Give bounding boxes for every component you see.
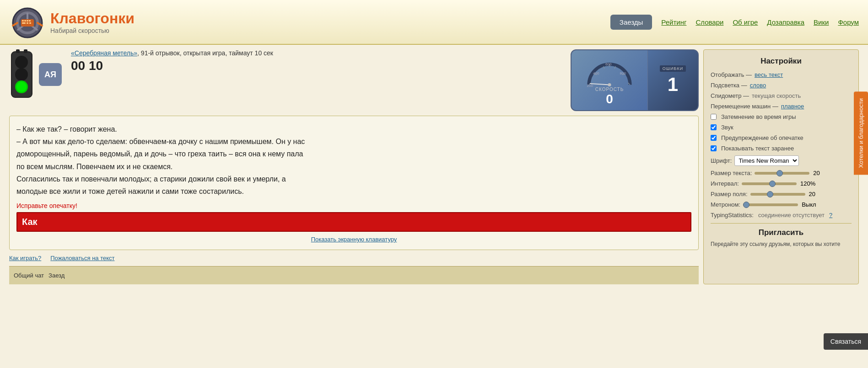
text-line4: по всем мыслям. Повенчаем их и не скаемс…	[16, 163, 173, 171]
traffic-light-area: АЯ	[9, 49, 62, 100]
text-line1: – Как же так? – говорит жена.	[16, 125, 117, 133]
svg-text:800: 800	[620, 71, 626, 75]
nav-dictionaries[interactable]: Словари	[695, 18, 723, 26]
game-info-row: АЯ «Серебряная метель», 91-й отрывок, от…	[9, 49, 699, 111]
typo-row: Предупреждение об опечатке	[711, 134, 852, 141]
text-line2: – А вот мы как дело-то сделаем: обвенчае…	[16, 138, 305, 145]
game-subtitle: , 91-й отрывок, открытая игра, таймаут 1…	[137, 49, 273, 57]
typing-badge: АЯ	[39, 63, 62, 86]
nav-forum[interactable]: Форум	[838, 18, 859, 26]
show-text-checkbox[interactable]	[711, 145, 717, 151]
interval-label: Интервал:	[711, 180, 739, 187]
sound-row: Звук	[711, 124, 852, 131]
text-size-row: Размер текста: 20	[711, 170, 852, 176]
logo-title: Клавогонки	[50, 10, 135, 27]
highlight-value[interactable]: слово	[750, 82, 766, 89]
sound-checkbox[interactable]	[711, 124, 717, 130]
text-line6: молодые все жили и тоже детей нажили и с…	[16, 187, 244, 195]
show-text-row: Показывать текст заранее	[711, 145, 852, 152]
typing-input[interactable]	[16, 212, 691, 232]
display-value[interactable]: весь текст	[755, 71, 783, 78]
svg-point-35	[608, 83, 611, 86]
typo-label: Предупреждение об опечатке	[721, 134, 803, 141]
svg-rect-7	[22, 20, 24, 21]
field-size-slider-container: 20	[750, 191, 852, 197]
logo-icon	[9, 4, 46, 40]
text-size-thumb	[776, 170, 783, 176]
chat-tab1[interactable]: Общий чат	[14, 272, 44, 279]
nav-about[interactable]: Об игре	[733, 18, 758, 26]
header: Клавогонки Набирай скоростью Заезды Рейт…	[0, 0, 868, 45]
nav-races[interactable]: Заезды	[610, 15, 652, 30]
speed-label: СКОРОСТЬ	[595, 87, 624, 92]
interval-slider[interactable]	[742, 182, 797, 185]
logo-area: Клавогонки Набирай скоростью	[9, 4, 135, 40]
font-select[interactable]: Times New Roman Arial Courier New	[734, 155, 799, 166]
show-keyboard-link[interactable]: Показать экранную клавиатуру	[311, 236, 397, 243]
typo-checkbox[interactable]	[711, 135, 717, 141]
highlight-label: Подсветка —	[711, 82, 747, 89]
speed-value: 0	[606, 92, 613, 107]
how-to-play-link[interactable]: Как играть?	[9, 255, 41, 261]
nav-rating[interactable]: Рейтинг	[661, 18, 686, 26]
logo-text: Клавогонки Набирай скоростью	[50, 10, 135, 34]
gauge-svg: 200 400 600 800	[580, 54, 639, 87]
speedometer-value: текущая скорость	[752, 92, 801, 99]
car-move-row: Перемещение машин — плавное	[711, 103, 852, 110]
display-label: Отображать —	[711, 71, 752, 78]
car-move-label: Перемещение машин —	[711, 103, 778, 110]
text-size-label: Размер текста:	[711, 170, 752, 176]
highlight-row: Подсветка — слово	[711, 82, 852, 89]
dim-row: Затемнение во время игры	[711, 113, 852, 120]
svg-point-17	[15, 56, 28, 69]
metronome-slider[interactable]	[743, 203, 798, 206]
errors-label: ОШИБКИ	[660, 65, 686, 72]
text-size-slider[interactable]	[755, 172, 809, 175]
interval-value: 120%	[800, 180, 815, 187]
metronome-label: Метроном:	[711, 201, 740, 208]
field-size-thumb	[767, 191, 773, 197]
report-text-link[interactable]: Пожаловаться на текст	[50, 255, 114, 261]
text-size-value: 20	[813, 170, 819, 176]
svg-line-27	[615, 66, 616, 69]
car-move-value[interactable]: плавное	[781, 103, 804, 110]
interval-thumb	[769, 181, 776, 187]
svg-rect-8	[24, 20, 26, 21]
metronome-value: Выкл	[802, 201, 816, 208]
chat-tab2[interactable]: Заезд	[49, 272, 65, 279]
svg-rect-13	[29, 22, 31, 24]
invite-title: Пригласить	[711, 228, 852, 237]
field-size-row: Размер поля: 20	[711, 191, 852, 197]
typing-text: – Как же так? – говорит жена. – А вот мы…	[16, 123, 691, 197]
font-label: Шрифт:	[711, 157, 732, 164]
traffic-light-icon	[9, 49, 34, 100]
dim-checkbox[interactable]	[711, 114, 717, 120]
nav-wiki[interactable]: Вики	[814, 18, 829, 26]
text-size-slider-container: 20	[755, 170, 852, 176]
metronome-thumb	[743, 202, 749, 208]
typing-area: – Как же так? – говорит жена. – А вот мы…	[9, 116, 699, 250]
invite-text: Передайте эту ссылку друзьям, которых вы…	[711, 241, 852, 247]
svg-rect-10	[29, 20, 31, 21]
typing-stats-row: TypingStatistics: соединение отсутствует…	[711, 212, 852, 219]
bottom-links: Как играть? Пожаловаться на текст	[9, 255, 699, 261]
left-section: АЯ «Серебряная метель», 91-й отрывок, от…	[9, 49, 699, 284]
dim-label: Затемнение во время игры	[721, 113, 796, 120]
svg-rect-9	[27, 20, 28, 21]
nav-refuel[interactable]: Дозаправка	[767, 18, 804, 26]
logo-subtitle: Набирай скоростью	[50, 27, 135, 34]
field-size-slider[interactable]	[750, 193, 805, 196]
error-notice: Исправьте опечатку!	[16, 202, 691, 209]
settings-panel: Настройки Отображать — весь текст Подсве…	[703, 49, 859, 284]
typing-stats-help[interactable]: ?	[829, 212, 832, 219]
svg-rect-21	[16, 49, 20, 53]
text-link[interactable]: «Серебряная метель»	[71, 49, 137, 57]
sound-label: Звук	[721, 124, 733, 131]
interval-slider-container: 120%	[742, 180, 852, 187]
svg-rect-22	[24, 49, 27, 53]
display-row: Отображать — весь текст	[711, 71, 852, 78]
svg-line-34	[590, 84, 609, 85]
main-content: АЯ «Серебряная метель», 91-й отрывок, от…	[0, 45, 868, 289]
speedo-right: ОШИБКИ 1	[647, 50, 698, 110]
side-tab[interactable]: Хотелки и благодарности	[854, 91, 868, 175]
